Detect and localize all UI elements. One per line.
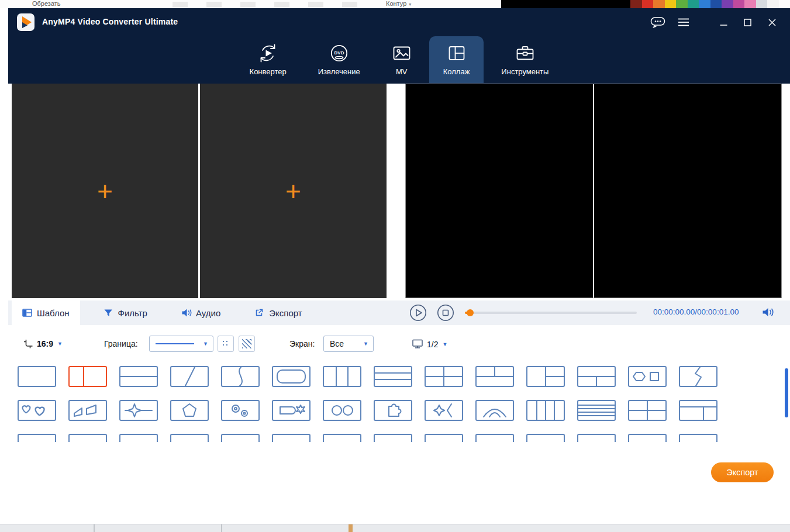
template-partial[interactable] (272, 434, 311, 442)
template-puzzle[interactable] (374, 400, 412, 421)
palette-swatch (744, 0, 756, 8)
screen-select-value: Все (330, 339, 344, 348)
template-partial[interactable] (221, 434, 260, 442)
scrollbar-thumb[interactable] (785, 368, 788, 417)
menu-icon[interactable] (676, 16, 691, 28)
nav-tab-collage[interactable]: Коллаж (429, 36, 484, 83)
chevron-down-icon: ▼ (203, 341, 208, 347)
panel-tab-label: Шаблон (37, 308, 70, 318)
minimize-button[interactable] (716, 16, 731, 28)
panel-tab-export[interactable]: Экспорт (244, 300, 312, 325)
panel-tabs: ШаблонФильтрАудиоЭкспорт (12, 300, 326, 325)
play-button[interactable] (409, 304, 427, 322)
feedback-icon[interactable] (650, 16, 665, 28)
seek-knob[interactable] (467, 309, 474, 316)
screen-select[interactable]: Все ▼ (323, 336, 374, 352)
template-partial[interactable] (18, 434, 56, 442)
template-split-diagonal[interactable] (170, 366, 209, 387)
background-app-strip: Обрезать Контур▾ (0, 0, 790, 8)
panel-tab-label: Фильтр (118, 308, 147, 318)
border-style-select[interactable]: ▼ (149, 336, 213, 352)
template-two-circles[interactable] (323, 400, 361, 421)
background-black-region (501, 0, 630, 8)
bottom-strip-divider (349, 524, 353, 532)
close-button[interactable] (764, 16, 779, 28)
seek-slider[interactable] (465, 312, 637, 314)
template-single[interactable] (18, 366, 56, 387)
template-partial[interactable] (475, 434, 514, 442)
border-color-button[interactable] (218, 336, 234, 352)
add-media-plus-icon[interactable]: + (285, 178, 301, 205)
page-indicator: 1/2 (427, 339, 438, 348)
template-inset-rounded[interactable] (272, 366, 311, 387)
maximize-button[interactable] (740, 16, 755, 28)
background-crop-label: Обрезать (32, 0, 61, 7)
template-pentagon[interactable] (170, 400, 209, 421)
template-arch[interactable] (475, 400, 514, 421)
palette-swatch (630, 0, 642, 8)
template-four-columns[interactable] (526, 400, 565, 421)
template-partial[interactable] (679, 434, 717, 442)
volume-icon[interactable] (761, 306, 774, 318)
template-grid-2x2[interactable] (425, 366, 463, 387)
template-star-bracket[interactable] (425, 400, 463, 421)
template-row (18, 434, 778, 442)
template-zigzag[interactable] (679, 366, 717, 387)
bottom-strip-divider (221, 524, 222, 532)
toolbox-icon (515, 43, 535, 63)
template-partial[interactable] (119, 434, 158, 442)
template-partial[interactable] (577, 434, 616, 442)
chevron-down-icon: ▼ (442, 341, 447, 347)
aspect-ratio-control[interactable]: 16:9 ▼ (23, 339, 63, 348)
ripper-icon: DVD (329, 43, 349, 63)
template-split-v[interactable] (68, 366, 107, 387)
template-partial[interactable] (425, 434, 463, 442)
template-hearts[interactable] (18, 400, 56, 421)
template-partial[interactable] (170, 434, 209, 442)
template-partial[interactable] (68, 434, 107, 442)
template-burst[interactable] (272, 400, 311, 421)
template-row (18, 366, 778, 387)
template-three-columns[interactable] (323, 366, 361, 387)
nav-tab-converter[interactable]: Конвертер (236, 36, 301, 83)
template-split-h[interactable] (119, 366, 158, 387)
panel-tab-filter[interactable]: Фильтр (93, 300, 158, 325)
template-many-rows[interactable] (577, 400, 616, 421)
nav-tab-label: Конвертер (250, 67, 287, 76)
add-media-plus-icon[interactable]: + (97, 178, 113, 205)
page-switcher[interactable]: 1/2 ▼ (412, 339, 447, 349)
template-grid-2x2[interactable] (628, 400, 667, 421)
aspect-ratio-icon (23, 339, 33, 348)
export-button[interactable]: Экспорт (711, 462, 774, 482)
app-window: AnyMP4 Video Converter Ultimate Конверте… (8, 8, 790, 524)
svg-text:DVD: DVD (334, 50, 344, 56)
template-two-top-one-bottom[interactable] (475, 366, 514, 387)
nav-tab-label: Извлечение (318, 67, 360, 76)
template-one-top-two-bottom[interactable] (577, 366, 616, 387)
nav-tab-toolbox[interactable]: Инструменты (487, 36, 563, 83)
panel-tab-audio[interactable]: Аудио (171, 300, 231, 325)
border-pattern-button[interactable] (239, 336, 255, 352)
template-gears[interactable] (221, 400, 260, 421)
panel-tab-label: Экспорт (269, 308, 302, 318)
template-hexagon-square[interactable] (628, 366, 667, 387)
template-star-stripe[interactable] (119, 400, 158, 421)
template-partial[interactable] (628, 434, 667, 442)
template-partial[interactable] (323, 434, 361, 442)
nav-tab-mv[interactable]: MV (378, 36, 426, 83)
collage-cell-add[interactable]: + (12, 84, 198, 298)
template-one-left-two-right[interactable] (526, 366, 565, 387)
palette-swatch (756, 0, 768, 8)
panel-tab-template[interactable]: Шаблон (12, 300, 80, 325)
template-three-rows[interactable] (374, 366, 412, 387)
template-partial[interactable] (526, 434, 565, 442)
collage-cell-add[interactable]: + (200, 84, 387, 298)
palette-swatch (688, 0, 699, 8)
template-split-curve[interactable] (221, 366, 260, 387)
template-grid (18, 366, 778, 442)
template-banners[interactable] (68, 400, 107, 421)
nav-tab-ripper[interactable]: DVDИзвлечение (304, 36, 374, 83)
template-left-big-right-split[interactable] (679, 400, 717, 421)
stop-button[interactable] (437, 304, 454, 322)
template-partial[interactable] (374, 434, 412, 442)
